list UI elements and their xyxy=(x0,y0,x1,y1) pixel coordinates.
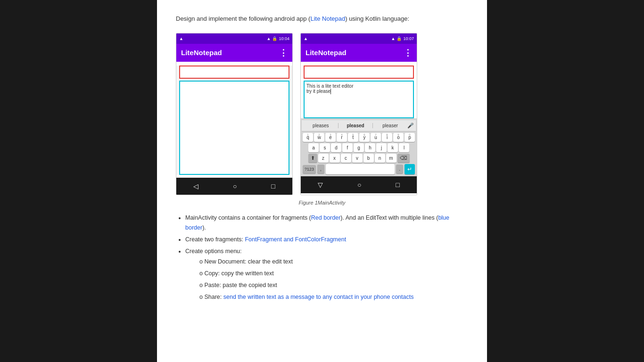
fragment-container-right xyxy=(304,66,414,79)
key-d[interactable]: d xyxy=(331,143,341,152)
warning-icon-left: ▲ xyxy=(179,36,183,41)
text-cursor xyxy=(330,89,331,94)
back-button-left[interactable]: ◁ xyxy=(193,182,198,190)
menu-icon-right[interactable]: ⋮ xyxy=(404,48,412,58)
key-g[interactable]: g xyxy=(354,143,364,152)
numbers-key[interactable]: ?123 xyxy=(303,165,316,173)
key-l[interactable]: l xyxy=(399,143,409,152)
sub-list: New Document: clear the edit text Copy: … xyxy=(199,257,468,303)
app-bar-left: LiteNotepad ⋮ xyxy=(176,44,292,62)
bullet-1: MainActivity contains a container for fr… xyxy=(185,213,468,233)
key-t[interactable]: 5t xyxy=(348,133,358,142)
space-key[interactable] xyxy=(326,164,395,174)
edit-text-line2: try it please xyxy=(306,89,411,94)
fragment-container-left xyxy=(179,66,289,79)
key-u[interactable]: 7u xyxy=(371,133,381,142)
signal-icon-left: ▲ xyxy=(267,36,271,41)
signal-icon-right: ▲ xyxy=(391,36,396,41)
status-right-right: ▲ 🔒 10:07 xyxy=(391,36,414,41)
lock-icon-left: 🔒 xyxy=(272,36,277,41)
phone-left: ▲ ▲ 🔒 10:04 LiteNotepad ⋮ ◁ xyxy=(176,33,293,195)
suggestion-3[interactable]: pleaser xyxy=(373,123,407,128)
key-x[interactable]: x xyxy=(330,154,340,163)
key-v[interactable]: v xyxy=(352,154,363,163)
status-bar-right: ▲ ▲ 🔒 10:07 xyxy=(301,33,417,44)
key-r[interactable]: 4r xyxy=(337,133,347,142)
menu-icon-left[interactable]: ⋮ xyxy=(279,48,288,58)
key-m[interactable]: m xyxy=(386,154,396,163)
phones-container: ▲ ▲ 🔒 10:04 LiteNotepad ⋮ ◁ xyxy=(176,33,468,195)
key-y[interactable]: 6y xyxy=(359,133,370,142)
home-button-left[interactable]: ○ xyxy=(233,182,237,190)
key-a[interactable]: a xyxy=(308,143,319,152)
key-c[interactable]: c xyxy=(341,154,351,163)
enter-key[interactable]: ↵ xyxy=(405,164,415,174)
home-button-right[interactable]: ○ xyxy=(357,181,361,189)
key-f[interactable]: f xyxy=(342,143,353,152)
key-p[interactable]: 0p xyxy=(405,133,415,142)
keyboard-row-2: a s d f g h j k l xyxy=(303,143,415,152)
period-key[interactable]: . xyxy=(396,165,403,173)
sub-item-1: New Document: clear the edit text xyxy=(199,257,468,267)
recent-button-left[interactable]: □ xyxy=(271,182,275,190)
edit-text-left[interactable] xyxy=(179,81,289,175)
edit-text-line1: This is a lite text editor xyxy=(306,83,411,89)
key-e[interactable]: 3e xyxy=(325,133,336,142)
backspace-key[interactable]: ⌫ xyxy=(397,154,410,163)
key-w[interactable]: 2w xyxy=(314,133,324,142)
sub-item-3: Paste: paste the copied text xyxy=(199,280,468,290)
keyboard: pleases pleased pleaser 🎤 1q 2w 3e 4r 5t… xyxy=(301,118,417,176)
edit-text-right[interactable]: This is a lite text editor try it please xyxy=(304,81,414,118)
keyboard-row-4: ?123 , . ↵ xyxy=(303,164,415,174)
time-left: 10:04 xyxy=(279,36,289,41)
status-bar-left: ▲ ▲ 🔒 10:04 xyxy=(176,33,292,44)
nav-bar-left: ◁ ○ □ xyxy=(176,178,292,195)
phone-right: ▲ ▲ 🔒 10:07 LiteNotepad ⋮ This is a lite… xyxy=(300,33,417,195)
mic-icon[interactable]: 🎤 xyxy=(407,123,414,129)
warning-icon-right: ▲ xyxy=(304,36,308,41)
key-b[interactable]: b xyxy=(363,154,374,163)
key-s[interactable]: s xyxy=(320,143,330,152)
phone-body-left xyxy=(176,66,292,175)
key-j[interactable]: j xyxy=(376,143,387,152)
recent-button-right[interactable]: □ xyxy=(396,181,399,189)
key-n[interactable]: n xyxy=(375,154,385,163)
app-title-right: LiteNotepad xyxy=(305,49,347,57)
time-right: 10:07 xyxy=(403,36,414,41)
bullet-3: Create options menu: New Document: clear… xyxy=(185,247,468,302)
app-title-left: LiteNotepad xyxy=(181,49,222,57)
key-o[interactable]: 9o xyxy=(393,133,404,142)
keyboard-row-1: 1q 2w 3e 4r 5t 6y 7u 8i 9o 0p xyxy=(303,133,415,142)
suggestion-2[interactable]: pleased xyxy=(338,123,373,128)
sub-item-4: Share: send the written text as a messag… xyxy=(199,292,468,302)
lock-icon-right: 🔒 xyxy=(396,36,402,41)
status-right-left: ▲ 🔒 10:04 xyxy=(267,36,289,41)
bullet-list: MainActivity contains a container for fr… xyxy=(185,213,468,303)
figure-caption: Figure 1MainActivity xyxy=(176,200,468,206)
intro-text: Design and implement the following andro… xyxy=(176,14,468,24)
bullet-2: Create two fragments: FontFragment and F… xyxy=(185,235,468,245)
suggestions-bar: pleases pleased pleaser 🎤 xyxy=(302,120,416,132)
page-content: Design and implement the following andro… xyxy=(157,0,487,362)
description: MainActivity contains a container for fr… xyxy=(176,213,468,303)
shift-key[interactable]: ⬆ xyxy=(308,154,317,163)
suggestion-1[interactable]: pleases xyxy=(304,123,338,128)
key-k[interactable]: k xyxy=(388,143,398,152)
key-h[interactable]: h xyxy=(365,143,375,152)
keyboard-row-3: ⬆ z x c v b n m ⌫ xyxy=(303,154,415,163)
nav-bar-right: ▽ ○ □ xyxy=(301,176,417,193)
back-button-right[interactable]: ▽ xyxy=(318,181,323,189)
key-z[interactable]: z xyxy=(318,154,329,163)
app-bar-right: LiteNotepad ⋮ xyxy=(301,44,417,62)
key-i[interactable]: 8i xyxy=(382,133,392,142)
sub-item-2: Copy: copy the written text xyxy=(199,269,468,279)
key-q[interactable]: 1q xyxy=(303,133,313,142)
comma-key[interactable]: , xyxy=(317,165,324,173)
